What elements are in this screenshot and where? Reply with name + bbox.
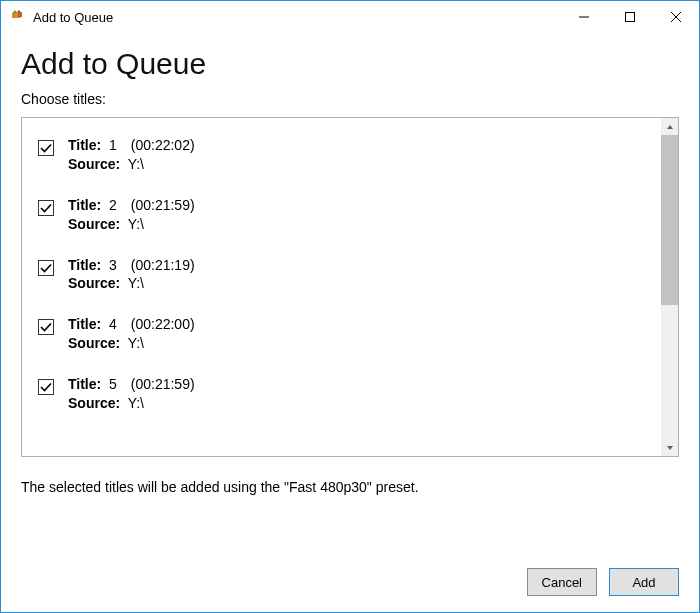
scrollbar-thumb[interactable] [661, 135, 678, 305]
source-label: Source: [68, 156, 120, 172]
svg-point-1 [18, 11, 21, 14]
close-button[interactable] [653, 1, 699, 33]
source-path: Y:\ [128, 156, 144, 172]
titlebar: Add to Queue [1, 1, 699, 33]
choose-titles-label: Choose titles: [21, 91, 679, 107]
source-label: Source: [68, 335, 120, 351]
preset-prefix: The selected titles will be added using … [21, 479, 284, 495]
title-item-text: Title: 5 (00:21:59) Source: Y:\ [68, 375, 195, 413]
title-checkbox[interactable] [38, 319, 54, 335]
minimize-button[interactable] [561, 1, 607, 33]
title-number: 4 [109, 315, 123, 334]
title-duration: (00:21:59) [131, 376, 195, 392]
titles-listbox: Title: 1 (00:22:02) Source: Y:\ [21, 117, 679, 457]
title-item-text: Title: 3 (00:21:19) Source: Y:\ [68, 256, 195, 294]
title-list-item: Title: 4 (00:22:00) Source: Y:\ [32, 307, 651, 367]
source-path: Y:\ [128, 335, 144, 351]
title-item-text: Title: 2 (00:21:59) Source: Y:\ [68, 196, 195, 234]
source-path: Y:\ [128, 216, 144, 232]
titles-list: Title: 1 (00:22:02) Source: Y:\ [22, 118, 661, 456]
scroll-up-icon[interactable] [661, 118, 678, 135]
title-item-text: Title: 1 (00:22:02) Source: Y:\ [68, 136, 195, 174]
title-checkbox[interactable] [38, 200, 54, 216]
title-duration: (00:21:59) [131, 197, 195, 213]
title-list-item: Title: 2 (00:21:59) Source: Y:\ [32, 188, 651, 248]
title-duration: (00:21:19) [131, 257, 195, 273]
title-duration: (00:22:02) [131, 137, 195, 153]
dialog-content: Add to Queue Choose titles: Title: 1 (00… [1, 33, 699, 612]
svg-rect-2 [626, 13, 635, 22]
title-label: Title: [68, 316, 101, 332]
add-button[interactable]: Add [609, 568, 679, 596]
title-checkbox[interactable] [38, 260, 54, 276]
title-label: Title: [68, 197, 101, 213]
title-number: 5 [109, 375, 123, 394]
title-label: Title: [68, 257, 101, 273]
title-list-item: Title: 1 (00:22:02) Source: Y:\ [32, 128, 651, 188]
svg-point-0 [13, 10, 16, 13]
source-label: Source: [68, 275, 120, 291]
title-checkbox[interactable] [38, 140, 54, 156]
preset-suffix: preset. [376, 479, 419, 495]
add-to-queue-window: Add to Queue Add to Queue Choose titles: [0, 0, 700, 613]
scroll-down-icon[interactable] [661, 439, 678, 456]
app-icon [9, 9, 25, 25]
title-duration: (00:22:00) [131, 316, 195, 332]
page-title: Add to Queue [21, 47, 679, 81]
title-list-item: Title: 5 (00:21:59) Source: Y:\ [32, 367, 651, 427]
cancel-button[interactable]: Cancel [527, 568, 597, 596]
source-path: Y:\ [128, 395, 144, 411]
title-label: Title: [68, 137, 101, 153]
title-number: 1 [109, 136, 123, 155]
title-item-text: Title: 4 (00:22:00) Source: Y:\ [68, 315, 195, 353]
window-title: Add to Queue [33, 10, 113, 25]
title-list-item: Title: 3 (00:21:19) Source: Y:\ [32, 248, 651, 308]
preset-info-text: The selected titles will be added using … [21, 479, 679, 495]
source-label: Source: [68, 395, 120, 411]
dialog-button-row: Cancel Add [21, 548, 679, 596]
title-number: 3 [109, 256, 123, 275]
source-label: Source: [68, 216, 120, 232]
scrollbar-track[interactable] [661, 118, 678, 456]
maximize-button[interactable] [607, 1, 653, 33]
title-number: 2 [109, 196, 123, 215]
source-path: Y:\ [128, 275, 144, 291]
preset-name: "Fast 480p30" [284, 479, 372, 495]
title-checkbox[interactable] [38, 379, 54, 395]
title-label: Title: [68, 376, 101, 392]
